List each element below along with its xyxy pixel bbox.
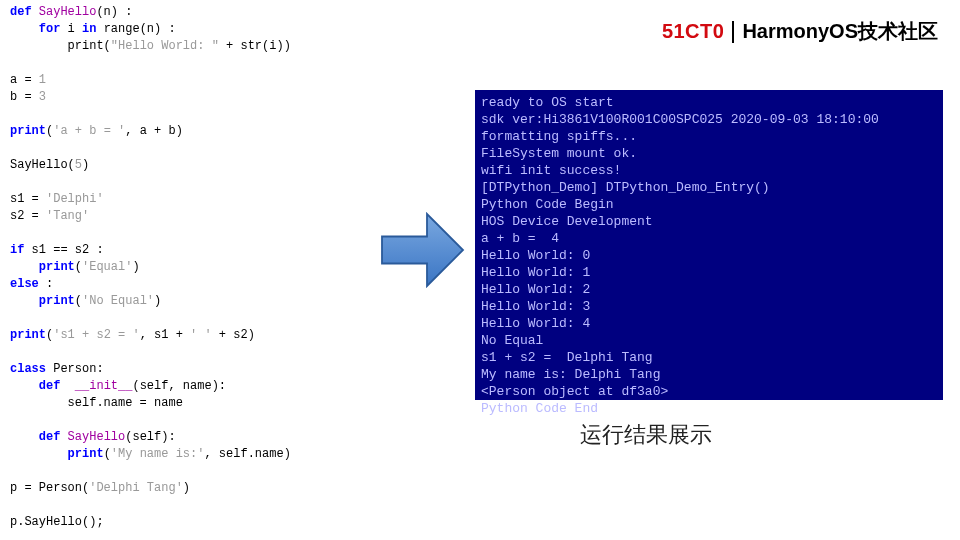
fn-print: print <box>10 328 46 342</box>
str: 'Delphi Tang' <box>89 481 183 495</box>
str: 's1 + s2 = ' <box>53 328 139 342</box>
str: 'Tang' <box>46 209 89 223</box>
fn-print: print <box>10 294 75 308</box>
code-text: + str(i)) <box>219 39 291 53</box>
kw-in: in <box>82 22 96 36</box>
str: 'a + b = ' <box>53 124 125 138</box>
terminal-output: ready to OS start sdk ver:Hi3861V100R001… <box>475 90 943 400</box>
code-text: (self): <box>125 430 175 444</box>
code-text: ) <box>183 481 190 495</box>
term-line: <Person object at df3a0> <box>481 384 668 399</box>
kw-class: class <box>10 362 46 376</box>
term-line: No Equal <box>481 333 543 348</box>
code-text: (self, name): <box>132 379 226 393</box>
num: 3 <box>39 90 46 104</box>
num: 5 <box>75 158 82 172</box>
kw-else: else <box>10 277 39 291</box>
term-line: Hello World: 0 <box>481 248 590 263</box>
term-line: Python Code End <box>481 401 598 416</box>
code-text: ( <box>104 447 111 461</box>
code-text: p.SayHello(); <box>10 515 104 529</box>
code-text: p = Person( <box>10 481 89 495</box>
caption: 运行结果展示 <box>580 420 712 450</box>
code-text: b = <box>10 90 39 104</box>
fn-print: print <box>10 124 46 138</box>
term-line: a + b = 4 <box>481 231 559 246</box>
code-text: Person: <box>46 362 104 376</box>
code-text: ) <box>132 260 139 274</box>
code-text: print( <box>10 39 111 53</box>
str: 'No Equal' <box>82 294 154 308</box>
kw-if: if <box>10 243 24 257</box>
str: 'My name is:' <box>111 447 205 461</box>
term-line: ready to OS start <box>481 95 614 110</box>
term-line: Hello World: 4 <box>481 316 590 331</box>
code-text: a = <box>10 73 39 87</box>
str: 'Delphi' <box>46 192 104 206</box>
term-line: My name is: Delphi Tang <box>481 367 660 382</box>
kw-def: def <box>10 379 60 393</box>
fn-print: print <box>10 447 104 461</box>
kw-def: def <box>10 430 60 444</box>
code-text: , self.name) <box>204 447 290 461</box>
term-line: sdk ver:Hi3861V100R001C00SPC025 2020-09-… <box>481 112 879 127</box>
code-text: ( <box>75 260 82 274</box>
code-text: range(n) : <box>96 22 175 36</box>
kw-def: def <box>10 5 32 19</box>
code-text: (n) : <box>96 5 132 19</box>
arrow-icon <box>375 205 470 295</box>
term-line: wifi init success! <box>481 163 621 178</box>
str: ' ' <box>190 328 212 342</box>
kw-for: for <box>10 22 60 36</box>
term-line: Hello World: 2 <box>481 282 590 297</box>
term-line: HOS Device Development <box>481 214 653 229</box>
term-line: Hello World: 1 <box>481 265 590 280</box>
term-line: FileSystem mount ok. <box>481 146 637 161</box>
str: "Hello World: " <box>111 39 219 53</box>
code-text: ) <box>82 158 89 172</box>
str: 'Equal' <box>82 260 132 274</box>
brand-51cto: 51CT0 <box>662 20 725 43</box>
divider <box>732 21 734 43</box>
term-line: s1 + s2 = Delphi Tang <box>481 350 653 365</box>
fn-print: print <box>10 260 75 274</box>
code-text: , s1 + <box>140 328 190 342</box>
term-line: Hello World: 3 <box>481 299 590 314</box>
brand-harmony: HarmonyOS技术社区 <box>742 18 938 45</box>
code-text: : <box>39 277 53 291</box>
fn-init: __init__ <box>60 379 132 393</box>
code-text: + s2) <box>212 328 255 342</box>
code-text: self.name = name <box>10 396 183 410</box>
code-text: ( <box>75 294 82 308</box>
fn-sayhello: SayHello <box>32 5 97 19</box>
term-line: formatting spiffs... <box>481 129 637 144</box>
code-editor: def SayHello(n) : for i in range(n) : pr… <box>10 4 375 534</box>
code-text: s2 = <box>10 209 46 223</box>
num: 1 <box>39 73 46 87</box>
term-line: Python Code Begin <box>481 197 614 212</box>
code-text: ) <box>154 294 161 308</box>
code-text: SayHello( <box>10 158 75 172</box>
term-line: [DTPython_Demo] DTPython_Demo_Entry() <box>481 180 770 195</box>
code-text: s1 == s2 : <box>24 243 103 257</box>
fn-sayhello2: SayHello <box>60 430 125 444</box>
code-text: i <box>60 22 82 36</box>
header-brand: 51CT0 HarmonyOS技术社区 <box>662 18 938 45</box>
code-text: , a + b) <box>125 124 183 138</box>
code-text: s1 = <box>10 192 46 206</box>
